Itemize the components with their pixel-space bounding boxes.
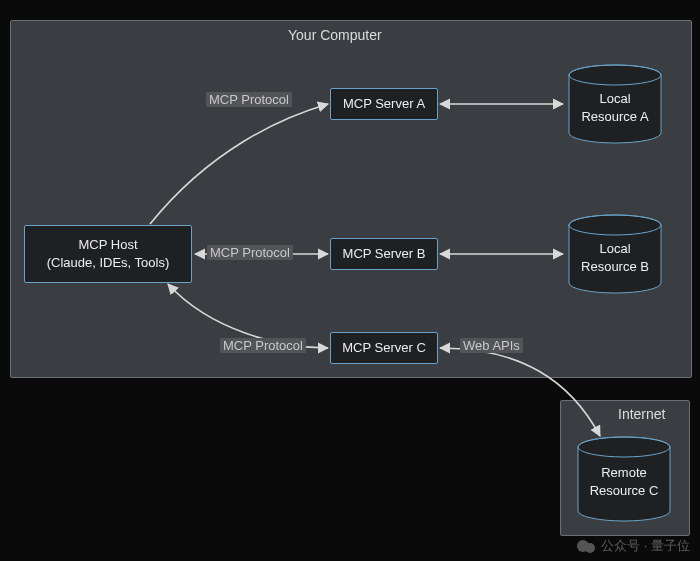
node-mcp-host-line1: MCP Host [79, 236, 138, 254]
node-mcp-server-b-label: MCP Server B [343, 245, 426, 263]
node-resource-a-line1: Local [599, 90, 630, 108]
edge-label-protocol-c: MCP Protocol [220, 338, 306, 353]
node-mcp-server-c: MCP Server C [330, 332, 438, 364]
node-resource-b-line2: Resource B [581, 258, 649, 276]
watermark-text: 公众号 · 量子位 [601, 537, 690, 555]
edge-label-protocol-a: MCP Protocol [206, 92, 292, 107]
container-internet-label: Internet [618, 406, 665, 422]
node-resource-b: Local Resource B [565, 214, 665, 294]
wechat-icon [577, 537, 595, 555]
edge-label-web-apis: Web APIs [460, 338, 523, 353]
node-resource-c-line1: Remote [601, 464, 647, 482]
node-resource-b-line1: Local [599, 240, 630, 258]
node-resource-a: Local Resource A [565, 64, 665, 144]
node-resource-a-line2: Resource A [581, 108, 648, 126]
edge-label-protocol-b: MCP Protocol [207, 245, 293, 260]
container-your-computer-label: Your Computer [288, 27, 382, 43]
node-resource-c: Remote Resource C [574, 436, 674, 522]
node-mcp-host: MCP Host (Claude, IDEs, Tools) [24, 225, 192, 283]
node-mcp-server-a: MCP Server A [330, 88, 438, 120]
node-mcp-server-c-label: MCP Server C [342, 339, 426, 357]
node-mcp-host-line2: (Claude, IDEs, Tools) [47, 254, 170, 272]
node-mcp-server-b: MCP Server B [330, 238, 438, 270]
node-resource-c-line2: Resource C [590, 482, 659, 500]
node-mcp-server-a-label: MCP Server A [343, 95, 425, 113]
watermark: 公众号 · 量子位 [577, 537, 690, 555]
